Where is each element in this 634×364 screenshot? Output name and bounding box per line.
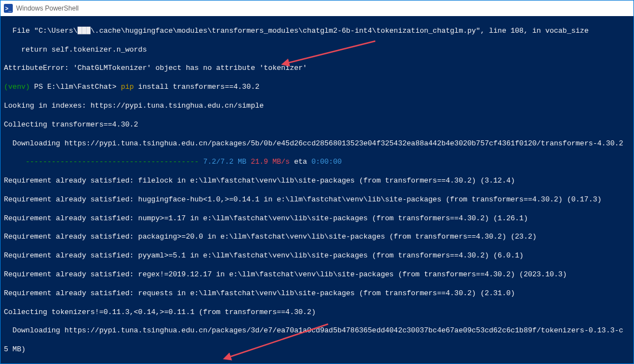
req-hub: Requirement already satisfied: huggingfa… (4, 195, 630, 205)
cmd-install: install transformers==4.30.2 (138, 83, 259, 91)
traceback-return: return self.tokenizer.n_words (4, 46, 630, 55)
path-label: E:\llm\FastChat> (47, 83, 121, 91)
pip-collect-tokenizers: Collecting tokenizers!=0.11.3,<0.14,>=0.… (4, 308, 630, 317)
powershell-icon: >_ (4, 4, 13, 13)
ps-label: PS (34, 83, 47, 91)
attribute-error: AttributeError: 'ChatGLMTokenizer' objec… (4, 64, 630, 73)
window-title: Windows PowerShell (16, 4, 79, 12)
req-filelock: Requirement already satisfied: filelock … (4, 176, 630, 186)
venv-label: (venv) (4, 83, 34, 91)
prompt-line-1: (venv) PS E:\llm\FastChat> pip install t… (4, 83, 630, 92)
req-regex: Requirement already satisfied: regex!=20… (4, 270, 630, 280)
annotation-arrow-bottom (223, 310, 334, 364)
req-numpy: Requirement already satisfied: numpy>=1.… (4, 214, 630, 224)
req-requests: Requirement already satisfied: requests … (4, 289, 630, 299)
terminal-body[interactable]: File "C:\Users\███\.cache\huggingface\mo… (1, 16, 633, 364)
pip-download-tokenizers-2: 5 MB) (4, 345, 630, 355)
req-packaging: Requirement already satisfied: packaging… (4, 232, 630, 242)
progress-bar-1: ----------------------------------------… (4, 158, 630, 167)
pip-download-tokenizers: Downloading https://pypi.tuna.tsinghua.e… (4, 326, 630, 336)
pip-looking: Looking in indexes: https://pypi.tuna.ts… (4, 102, 630, 111)
window-titlebar[interactable]: >_ Windows PowerShell (1, 1, 633, 16)
pip-collect-transformers: Collecting transformers==4.30.2 (4, 120, 630, 130)
pip-download-transformers: Downloading https://pypi.tuna.tsinghua.e… (4, 139, 630, 149)
traceback-file: File "C:\Users\███\.cache\huggingface\mo… (4, 27, 630, 36)
req-pyyaml: Requirement already satisfied: pyyaml>=5… (4, 251, 630, 261)
cmd-pip: pip (121, 83, 138, 91)
